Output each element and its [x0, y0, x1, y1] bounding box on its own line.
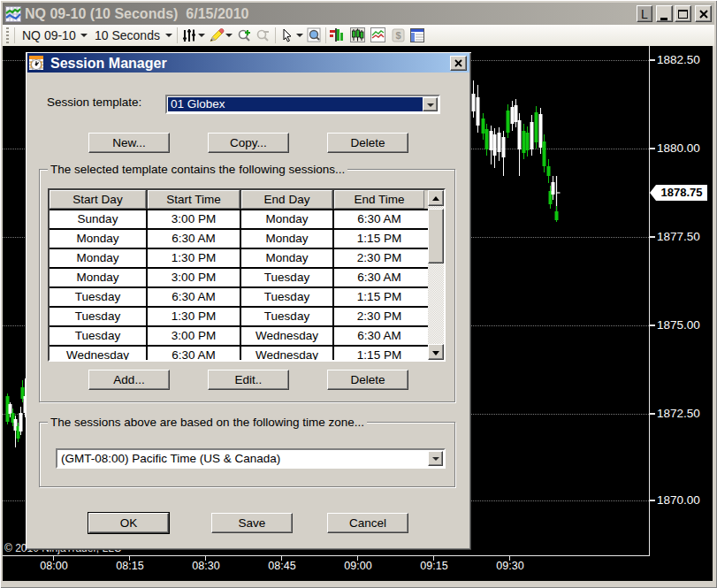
- svg-text:$: $: [395, 30, 400, 41]
